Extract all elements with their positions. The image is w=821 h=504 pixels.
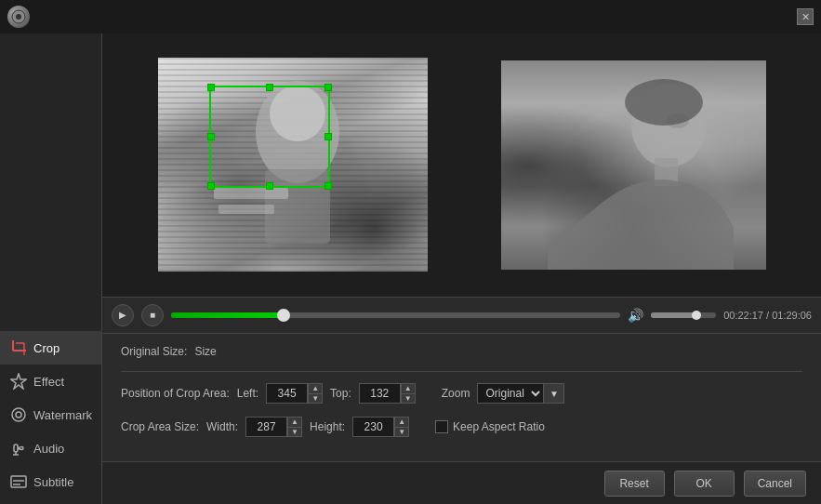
svg-point-24 [625, 79, 703, 126]
original-size-value: Size [194, 345, 216, 358]
crop-handle-tr[interactable] [324, 84, 332, 91]
width-label: Width: [206, 420, 238, 433]
bottom-bar: Reset OK Cancel [102, 461, 821, 504]
sidebar-item-subtitle[interactable]: Subtitle [0, 465, 101, 498]
time-total: 01:29:06 [772, 310, 812, 321]
sidebar-crop-label: Crop [33, 341, 60, 355]
aspect-ratio-label: Keep Aspect Ratio [453, 420, 545, 433]
width-spinbox: ▲ ▼ [245, 417, 302, 437]
crop-handle-bl[interactable] [207, 182, 215, 190]
volume-fill [651, 312, 696, 318]
right-video-frame [501, 60, 766, 270]
aspect-ratio-container: Keep Aspect Ratio [435, 420, 545, 433]
crop-overlay[interactable] [209, 86, 330, 188]
zoom-dropdown-button[interactable]: ▼ [544, 383, 564, 404]
left-input[interactable] [266, 383, 308, 404]
crop-handle-tc[interactable] [266, 84, 273, 91]
left-label: Left: [237, 387, 258, 400]
crop-handle-bc[interactable] [266, 182, 273, 190]
watermark-icon [9, 405, 28, 424]
width-up-arrow[interactable]: ▲ [287, 417, 302, 427]
width-down-arrow[interactable]: ▼ [287, 427, 302, 437]
stop-icon: ■ [150, 310, 155, 320]
transport-bar: ▶ ■ 🔊 00:22:17 / 01:29:06 [102, 297, 821, 334]
zoom-select[interactable]: Original 16:9 4:3 1:1 Custom [477, 383, 544, 404]
aspect-ratio-checkbox[interactable] [435, 420, 448, 433]
subtitle-icon [9, 472, 28, 491]
main-container: Crop Effect Watermark [0, 33, 821, 504]
crop-area-label: Crop Area Size: [121, 420, 199, 433]
crop-handle-tl[interactable] [207, 84, 215, 91]
height-up-arrow[interactable]: ▲ [394, 417, 409, 427]
height-input[interactable] [352, 417, 394, 437]
left-spinbox: ▲ ▼ [266, 383, 323, 404]
sidebar-audio-label: Audio [33, 442, 64, 456]
content-area: ▶ ■ 🔊 00:22:17 / 01:29:06 [102, 33, 821, 504]
left-arrows: ▲ ▼ [308, 383, 323, 404]
divider-1 [121, 371, 802, 372]
zoom-label: Zoom [442, 387, 470, 400]
svg-marker-6 [11, 374, 26, 389]
preview-left [158, 58, 428, 272]
sidebar-item-audio[interactable]: Audio [0, 431, 101, 465]
volume-thumb[interactable] [692, 311, 701, 320]
crop-area-row: Crop Area Size: Width: ▲ ▼ Height: ▲ ▼ [121, 417, 802, 437]
top-spinbox: ▲ ▼ [359, 383, 416, 404]
reset-button[interactable]: Reset [604, 471, 665, 497]
preview-right [501, 60, 766, 270]
top-arrows: ▲ ▼ [401, 383, 416, 404]
audio-icon [9, 439, 28, 458]
left-up-arrow[interactable]: ▲ [308, 383, 323, 393]
left-down-arrow[interactable]: ▼ [308, 393, 323, 404]
original-size-row: Original Size: Size [121, 345, 802, 358]
volume-icon: 🔊 [628, 308, 643, 323]
width-arrows: ▲ ▼ [287, 417, 302, 437]
crop-icon [9, 338, 28, 357]
cancel-button[interactable]: Cancel [744, 471, 806, 497]
close-button[interactable]: ✕ [797, 8, 814, 25]
height-down-arrow[interactable]: ▼ [394, 427, 409, 437]
preview-area [102, 33, 821, 297]
sidebar-item-crop[interactable]: Crop [0, 331, 101, 365]
sidebar-subtitle-label: Subtitle [33, 475, 73, 489]
svg-point-8 [16, 412, 21, 418]
stop-button[interactable]: ■ [141, 304, 164, 326]
crop-handle-br[interactable] [324, 182, 332, 190]
svg-point-7 [12, 408, 25, 421]
height-arrows: ▲ ▼ [394, 417, 409, 437]
top-label: Top: [330, 387, 351, 400]
svg-rect-12 [11, 476, 26, 487]
width-input[interactable] [245, 417, 287, 437]
progress-fill [171, 312, 284, 318]
sidebar-watermark-label: Watermark [33, 408, 92, 422]
volume-bar[interactable] [651, 312, 716, 318]
position-label: Position of Crop Area: [121, 387, 230, 400]
top-input[interactable] [359, 383, 401, 404]
app-icon [7, 6, 30, 28]
sidebar-item-watermark[interactable]: Watermark [0, 398, 101, 431]
crop-handle-mr[interactable] [324, 133, 332, 140]
ok-button[interactable]: OK [674, 471, 735, 497]
play-button[interactable]: ▶ [112, 304, 134, 326]
svg-rect-19 [218, 205, 274, 214]
svg-rect-9 [14, 444, 18, 452]
svg-point-1 [16, 14, 21, 20]
time-current: 00:22:17 [723, 310, 763, 321]
play-icon: ▶ [119, 310, 126, 320]
progress-thumb[interactable] [277, 309, 290, 322]
sidebar-effect-label: Effect [33, 375, 64, 389]
zoom-control: Original 16:9 4:3 1:1 Custom ▼ [477, 383, 564, 404]
titlebar-left [7, 6, 30, 28]
crop-handle-ml[interactable] [207, 133, 215, 140]
top-up-arrow[interactable]: ▲ [401, 383, 416, 393]
position-row: Position of Crop Area: Left: ▲ ▼ Top: ▲ … [121, 383, 802, 404]
effect-icon [9, 372, 28, 391]
sidebar: Crop Effect Watermark [0, 33, 102, 504]
time-display: 00:22:17 / 01:29:06 [723, 310, 812, 321]
height-spinbox: ▲ ▼ [352, 417, 409, 437]
sidebar-item-effect[interactable]: Effect [0, 365, 101, 398]
top-down-arrow[interactable]: ▼ [401, 393, 416, 404]
original-size-label: Original Size: [121, 345, 187, 358]
progress-bar[interactable] [171, 312, 620, 318]
settings-panel: Original Size: Size Position of Crop Are… [102, 334, 821, 461]
